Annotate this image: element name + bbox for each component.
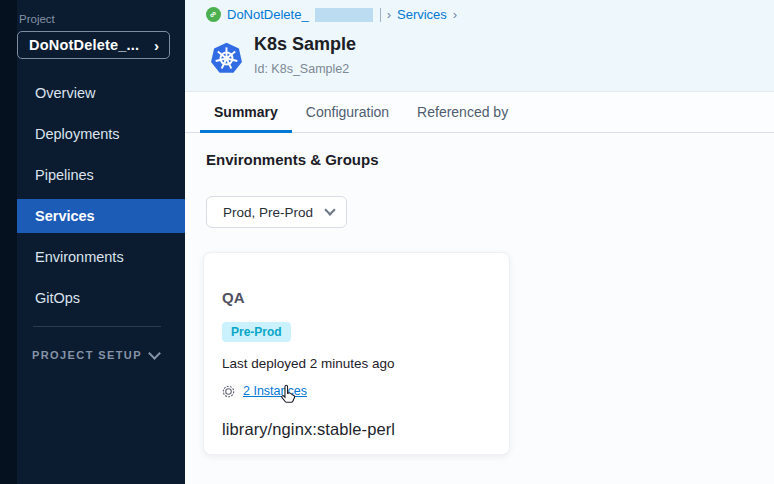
breadcrumb: ∞ DoNotDelete_ › Services › xyxy=(206,7,457,22)
instances-icon xyxy=(222,385,235,398)
instances-link[interactable]: 2 Instances xyxy=(243,384,307,398)
environment-name: QA xyxy=(222,289,491,306)
section-title: Environments & Groups xyxy=(206,151,379,168)
sidebar-item-overview[interactable]: Overview xyxy=(17,76,185,110)
tab-summary[interactable]: Summary xyxy=(200,92,292,132)
sidebar-item-gitops[interactable]: GitOps xyxy=(17,281,185,315)
text-caret xyxy=(380,8,381,22)
sidebar-item-pipelines[interactable]: Pipelines xyxy=(17,158,185,192)
chevron-right-icon: › xyxy=(154,38,159,53)
breadcrumb-project-link[interactable]: DoNotDelete_ xyxy=(227,7,309,22)
app-window: Project DoNotDelete_... › Overview Deplo… xyxy=(0,0,774,484)
environment-filter-value: Prod, Pre-Prod xyxy=(223,205,313,220)
kubernetes-icon xyxy=(210,42,243,75)
project-selector-value: DoNotDelete_... xyxy=(29,37,139,53)
environment-filter-dropdown[interactable]: Prod, Pre-Prod xyxy=(206,196,347,228)
breadcrumb-separator: › xyxy=(387,7,391,22)
sidebar-item-deployments[interactable]: Deployments xyxy=(17,117,185,151)
breadcrumb-services-link[interactable]: Services xyxy=(397,7,447,22)
chevron-down-icon xyxy=(324,204,335,215)
project-icon: ∞ xyxy=(206,7,221,22)
project-setup-label: PROJECT SETUP xyxy=(32,349,142,361)
environment-type-badge: Pre-Prod xyxy=(222,322,291,342)
environment-card: QA Pre-Prod Last deployed 2 minutes ago … xyxy=(203,252,510,455)
sidebar-item-services[interactable]: Services xyxy=(17,199,185,233)
nav-rail xyxy=(0,0,17,484)
sidebar-divider xyxy=(33,326,161,327)
project-sidebar: Project DoNotDelete_... › Overview Deplo… xyxy=(0,0,185,484)
sidebar-nav: Overview Deployments Pipelines Services … xyxy=(17,76,185,322)
page-header: ∞ DoNotDelete_ › Services › xyxy=(185,0,774,91)
selected-text-highlight xyxy=(315,8,373,22)
page-title: K8s Sample xyxy=(254,34,356,55)
tab-referenced-by[interactable]: Referenced by xyxy=(403,92,522,132)
sidebar-item-environments[interactable]: Environments xyxy=(17,240,185,274)
instance-row: 2 Instances xyxy=(222,384,491,398)
breadcrumb-separator: › xyxy=(453,7,457,22)
tab-bar: Summary Configuration Referenced by xyxy=(185,91,774,133)
main-panel: ∞ DoNotDelete_ › Services › xyxy=(185,0,774,484)
project-setup-toggle[interactable]: PROJECT SETUP xyxy=(32,349,159,361)
tab-configuration[interactable]: Configuration xyxy=(292,92,403,132)
project-selector[interactable]: DoNotDelete_... › xyxy=(17,31,170,59)
artifact-name: library/nginx:stable-perl xyxy=(222,420,491,439)
service-id: Id: K8s_Sample2 xyxy=(254,62,349,76)
project-label: Project xyxy=(19,13,55,25)
deploy-status: Last deployed 2 minutes ago xyxy=(222,356,491,371)
chevron-down-icon xyxy=(148,347,161,360)
